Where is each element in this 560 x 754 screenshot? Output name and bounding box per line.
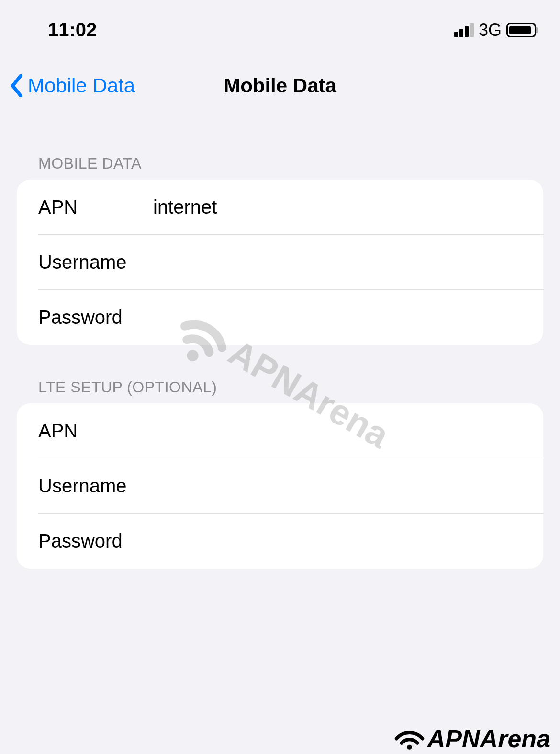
- settings-group-mobile-data: APN Username Password: [17, 180, 543, 345]
- row-lte-apn[interactable]: APN: [17, 403, 543, 458]
- back-label: Mobile Data: [28, 74, 135, 97]
- lte-password-input[interactable]: [153, 530, 543, 552]
- row-label: Password: [38, 307, 153, 328]
- chevron-left-icon: [10, 74, 24, 97]
- network-type: 3G: [479, 20, 502, 40]
- row-mobile-data-apn[interactable]: APN: [17, 180, 543, 235]
- row-label: Username: [38, 251, 153, 273]
- username-input[interactable]: [153, 251, 543, 273]
- battery-icon: [506, 23, 536, 37]
- password-input[interactable]: [153, 307, 543, 328]
- footer-watermark: APNArena: [392, 724, 550, 753]
- section-header-lte-setup: LTE SETUP (OPTIONAL): [0, 345, 560, 403]
- page-title: Mobile Data: [224, 74, 336, 97]
- apn-input[interactable]: [153, 196, 543, 218]
- cellular-signal-icon: [454, 23, 474, 37]
- status-bar: 11:02 3G: [0, 0, 560, 46]
- svg-point-1: [407, 745, 412, 750]
- lte-username-input[interactable]: [153, 475, 543, 497]
- row-lte-username[interactable]: Username: [17, 458, 543, 514]
- row-label: Username: [38, 475, 153, 497]
- section-header-mobile-data: MOBILE DATA: [0, 107, 560, 180]
- status-right: 3G: [454, 20, 536, 40]
- row-label: Password: [38, 530, 153, 552]
- lte-apn-input[interactable]: [153, 420, 543, 442]
- status-time: 11:02: [48, 19, 97, 41]
- settings-group-lte-setup: APN Username Password: [17, 403, 543, 569]
- row-mobile-data-password[interactable]: Password: [17, 290, 543, 345]
- navigation-bar: Mobile Data Mobile Data: [0, 46, 560, 107]
- wifi-icon: [392, 727, 427, 751]
- row-label: APN: [38, 420, 153, 442]
- row-lte-password[interactable]: Password: [17, 514, 543, 569]
- back-button[interactable]: Mobile Data: [10, 74, 135, 97]
- row-mobile-data-username[interactable]: Username: [17, 235, 543, 290]
- row-label: APN: [38, 196, 153, 218]
- footer-text: APNArena: [427, 724, 550, 753]
